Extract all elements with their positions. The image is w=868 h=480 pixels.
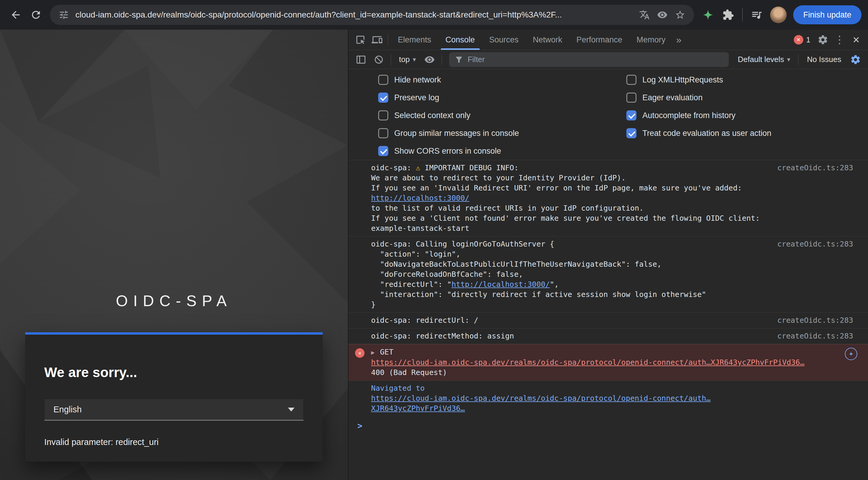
devtools-panel: Elements Console Sources Network Perform… [348,30,868,480]
checkbox [626,75,637,85]
error-icon: ✕ [355,348,365,358]
console-message-debug-info: oidc-spa: ⚠ IMPORTANT DEBUG INFO: We are… [348,160,868,236]
source-link[interactable]: createOidc.ts:283 [777,163,853,173]
reload-icon [30,9,42,21]
checkbox [378,93,388,103]
checkbox [626,93,637,103]
checkbox-treat-code-evaluation[interactable]: Treat code evaluation as user action [626,124,868,142]
toolbar-separator [798,54,799,65]
source-link[interactable]: createOidc.ts:283 [777,239,853,249]
browser-toolbar: cloud-iam.oidc-spa.dev/realms/oidc-spa/p… [0,0,868,30]
localhost-link[interactable]: http://localhost:3000/ [371,194,469,202]
tab-elements[interactable]: Elements [391,30,438,50]
devtools-menu-icon[interactable]: ⋮ [831,31,848,48]
console-error-message: ✕ ▶GET https://cloud-iam.oidc-spa.dev/re… [348,344,868,381]
checkbox-group-similar-messages[interactable]: Group similar messages in console [378,124,626,142]
chevron-down-icon [288,408,294,412]
tab-performance[interactable]: Performance [569,30,630,50]
url-bar[interactable]: cloud-iam.oidc-spa.dev/realms/oidc-spa/p… [50,5,694,25]
console-sidebar-button[interactable] [353,51,369,68]
expand-triangle-icon[interactable]: ▶ [371,349,375,356]
log-levels-selector[interactable]: Default levels▾ [734,55,795,64]
ai-insights-icon[interactable] [845,348,857,360]
back-button[interactable] [6,6,25,24]
log-levels-value: Default levels [738,55,784,64]
tab-network[interactable]: Network [526,30,569,50]
bookmark-star-icon[interactable] [674,9,686,21]
toolbar-separator [441,54,442,65]
tab-memory[interactable]: Memory [629,30,673,50]
source-link[interactable]: createOidc.ts:283 [777,331,853,341]
inspect-icon [355,34,366,45]
issues-counter[interactable]: No Issues [802,55,846,64]
checkbox-eager-evaluation[interactable]: Eager evaluation [626,89,868,106]
clear-console-icon [373,54,384,65]
checkbox-hide-network[interactable]: Hide network [378,71,626,89]
console-message-redirect-method: oidc-spa: redirectMethod: assign createO… [348,328,868,344]
console-navigation-message: Navigated to https://cloud-iam.oidc-spa.… [348,381,868,416]
chevron-down-icon: ▾ [413,56,416,63]
toolbar-separator [742,8,743,21]
checkbox [378,128,388,138]
devtools-tabbar: Elements Console Sources Network Perform… [348,30,868,50]
gear-icon [817,34,828,45]
warning-icon: ⚠ [416,163,420,172]
more-tabs-icon[interactable]: » [673,34,685,45]
tab-sources[interactable]: Sources [482,30,526,50]
live-expression-button[interactable] [421,51,438,68]
green-extension-icon [702,9,714,21]
tab-console[interactable]: Console [438,30,482,50]
devtools-close-icon[interactable]: ✕ [848,31,864,48]
url-text: cloud-iam.oidc-spa.dev/realms/oidc-spa/p… [75,10,633,20]
extensions-button[interactable] [719,6,737,24]
checkbox [626,110,637,121]
console-prompt[interactable]: > [348,416,868,431]
context-selector[interactable]: top▾ [395,55,420,64]
navigated-url-link[interactable]: https://cloud-iam.oidc-spa.dev/realms/oi… [371,394,711,413]
tabbar-separator [388,34,388,45]
media-controls-button[interactable] [747,6,766,24]
pinned-extension-button[interactable] [699,6,717,24]
extensions-puzzle-icon [722,9,734,21]
reload-button[interactable] [27,6,45,24]
profile-avatar[interactable] [770,6,787,23]
settings-column-right: Log XMLHttpRequests Eager evaluation Aut… [626,71,868,160]
language-select[interactable]: English [44,399,304,421]
request-url-link[interactable]: https://cloud-iam.oidc-spa.dev/realms/oi… [371,358,804,367]
filter-input[interactable] [468,55,723,64]
settings-column-left: Hide network Preserve log Selected conte… [348,71,626,160]
error-card: We are sorry... English Invalid paramete… [25,332,323,461]
checkbox [378,110,388,121]
console-settings-button[interactable] [847,51,864,68]
source-link[interactable]: createOidc.ts:283 [777,315,853,325]
checkbox-selected-context-only[interactable]: Selected context only [378,106,626,124]
checkbox-preserve-log[interactable]: Preserve log [378,89,626,106]
console-message-login-call: oidc-spa: Calling loginOrGoToAuthServer … [348,236,868,313]
language-value: English [54,405,82,414]
device-toolbar-icon [372,34,382,45]
finish-update-button[interactable]: Finish update [793,5,862,24]
error-count-badge[interactable]: ✕1 [794,35,810,44]
translate-icon[interactable] [638,9,651,21]
redirect-url-link[interactable]: http://localhost:3000/ [452,280,550,289]
toolbar-separator [391,54,391,65]
filter-box[interactable] [449,52,729,67]
back-icon [10,9,22,21]
site-info-icon[interactable] [58,9,70,21]
device-toolbar-button[interactable] [369,31,385,48]
error-count: 1 [806,35,810,44]
devtools-settings-button[interactable] [814,31,831,48]
checkbox-show-cors-errors[interactable]: Show CORS errors in console [378,142,626,160]
error-message: Invalid parameter: redirect_uri [44,437,304,447]
checkbox [626,128,637,138]
checkbox-log-xmlhttprequests[interactable]: Log XMLHttpRequests [626,71,868,89]
reading-mode-eye-icon[interactable] [656,9,669,21]
request-method: GET [380,348,393,356]
console-message-redirect-url: oidc-spa: redirectUrl: / createOidc.ts:2… [348,313,868,328]
inspect-element-button[interactable] [352,31,369,48]
chevron-down-icon: ▾ [787,56,790,63]
checkbox-autocomplete-from-history[interactable]: Autocomplete from history [626,106,868,124]
clear-console-button[interactable] [370,51,387,68]
checkbox [378,146,388,156]
error-status: 400 (Bad Request) [371,367,829,378]
